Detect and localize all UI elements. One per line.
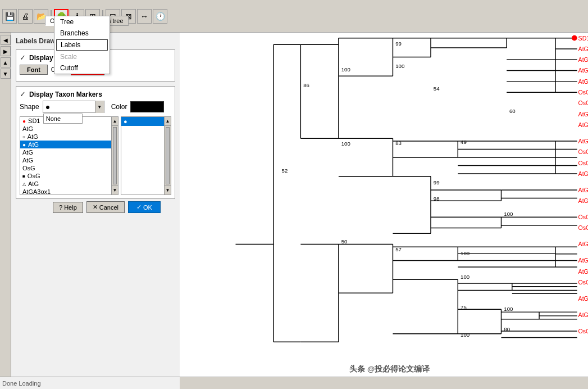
cancel-button[interactable]: ✕ Cancel xyxy=(86,201,125,213)
list-label-atga3ox1: AtGA3ox1 xyxy=(22,188,51,195)
label-osga2ox6: OsGA2ox6 xyxy=(578,148,588,155)
shape-list[interactable]: ● ▲ ▼ xyxy=(121,116,171,195)
taxon-markers-section: ✓ Display Taxon Markers Shape ● ▼ None C… xyxy=(16,86,175,199)
label-sd1: SD1 xyxy=(578,35,588,42)
bootstrap-83: 83 xyxy=(395,140,402,146)
left-btn-3[interactable]: ▲ xyxy=(1,57,11,67)
list-label-atg4: AtG xyxy=(22,149,33,156)
list-scrollbar[interactable]: ▲ ▼ xyxy=(111,117,118,194)
sd1-marker xyxy=(572,35,577,41)
shape-scrollbar-up[interactable]: ▲ xyxy=(165,117,171,126)
list-item-atga3ox1[interactable]: AtGA3ox1 xyxy=(20,188,118,195)
dropdown-labels[interactable]: Labels xyxy=(56,39,108,51)
bootstrap-100d: 100 xyxy=(504,211,513,217)
dropdown-cutoff[interactable]: Cutoff xyxy=(54,62,110,74)
label-osga3ox2: OsGA3ox2 xyxy=(578,214,588,220)
dropdown-tree[interactable]: Tree xyxy=(54,16,110,28)
shape-list-scrollbar[interactable]: ▲ ▼ xyxy=(164,117,171,194)
options-panel: Labels Drawing Options ✓ Display Taxon N… xyxy=(11,33,180,377)
bootstrap-52: 52 xyxy=(282,168,288,174)
bootstrap-100: 100 xyxy=(341,67,350,73)
bootstrap-99: 99 xyxy=(395,40,402,47)
bootstrap-80: 80 xyxy=(504,326,510,332)
scrollbar-up-btn[interactable]: ▲ xyxy=(112,117,118,126)
taxon-markers-label: Display Taxon Markers xyxy=(29,91,102,98)
bootstrap-99b: 99 xyxy=(434,179,440,186)
list-item-atg3[interactable]: ●AtG xyxy=(20,141,118,148)
list-item-atg2[interactable]: ○AtG xyxy=(20,133,118,141)
label-osga2ox5: OsGA2ox5 xyxy=(578,160,588,166)
label-osga2ox3: OsGA2ox3 xyxy=(578,279,588,286)
left-btn-1[interactable]: ◀ xyxy=(1,35,11,45)
shape-option-none[interactable]: None xyxy=(44,114,82,123)
shape-arrow-icon[interactable]: ▼ xyxy=(95,101,104,113)
bootstrap-86: 86 xyxy=(303,82,309,88)
label-atga20ox1: AtGA20ox1 xyxy=(578,46,588,52)
blue-dot-icon: ● xyxy=(22,142,26,148)
shape-select[interactable]: ● ▼ None xyxy=(43,101,104,113)
status-bar-right xyxy=(180,377,588,389)
font-button[interactable]: Font xyxy=(20,65,48,75)
dropdown-branches[interactable]: Branches xyxy=(54,28,110,39)
list-item-atg1[interactable]: AtG xyxy=(20,125,118,133)
label-atga2ox1: AtGA2ox1 xyxy=(578,241,588,247)
left-btn-2[interactable]: ▶ xyxy=(1,46,11,56)
save-button[interactable]: 💾 xyxy=(2,9,17,24)
print-button[interactable]: 🖨 xyxy=(18,9,33,24)
bootstrap-100b: 100 xyxy=(395,63,404,69)
list-item-atg4[interactable]: AtG xyxy=(20,148,118,156)
status-bar-left: Done Loading xyxy=(0,377,180,389)
label-atga2ox3: AtGA2ox3 xyxy=(578,268,588,275)
taxon-names-check[interactable]: ✓ xyxy=(20,53,26,62)
label-osga2ox2: OsGA2ox2 xyxy=(578,328,588,334)
label-atga20ox5: AtGA20ox5 xyxy=(578,111,588,117)
shape-list-selected[interactable]: ● xyxy=(121,117,171,126)
list-item-atg5[interactable]: AtG xyxy=(20,156,118,164)
list-item-osg2[interactable]: ■OsG xyxy=(20,172,118,180)
tab-bar: Original consensus tree xyxy=(45,16,588,26)
shape-value: ● xyxy=(43,102,95,111)
list-item-atg6[interactable]: △AtG xyxy=(20,180,118,188)
taxon-markers-check[interactable]: ✓ xyxy=(20,90,26,98)
tree-dropdown-menu: Tree Branches Labels Scale Cutoff xyxy=(54,16,110,74)
help-button[interactable]: ? Help xyxy=(53,202,83,213)
markers-color-swatch[interactable] xyxy=(130,101,164,112)
bootstrap-57: 57 xyxy=(395,246,402,252)
marker-list-area: ●SD1 AtG ○AtG ●AtG AtG AtG OsG ■OsG △AtG… xyxy=(20,116,171,195)
scrollbar-thumb[interactable] xyxy=(113,127,117,184)
label-atga3ox1: AtGA3ox1 xyxy=(578,187,588,193)
label-osga20ox3: OsGA20ox3 xyxy=(578,99,588,106)
taxa-list[interactable]: ●SD1 AtG ○AtG ●AtG AtG AtG OsG ■OsG △AtG… xyxy=(20,116,118,195)
list-item-osg1[interactable]: OsG xyxy=(20,164,118,172)
bootstrap-100c: 100 xyxy=(341,141,350,147)
square-icon: ■ xyxy=(22,174,25,179)
watermark: 头条 @投必得论文编译 xyxy=(349,364,430,373)
ok-icon: ✓ xyxy=(136,203,142,211)
shape-scrollbar-thumb[interactable] xyxy=(166,127,170,184)
label-atga2ox4: AtGA2ox4 xyxy=(578,311,588,318)
label-atga2ox6: AtGA2ox6 xyxy=(578,295,588,302)
bootstrap-100e: 100 xyxy=(461,250,470,256)
list-label-atg1: AtG xyxy=(22,125,33,132)
bottom-buttons: ? Help ✕ Cancel ✓ OK xyxy=(27,201,186,213)
list-label-atg2: AtG xyxy=(28,133,38,140)
triangle-icon: △ xyxy=(22,182,26,187)
left-btn-4[interactable]: ▼ xyxy=(1,69,11,79)
shape-scrollbar-down[interactable]: ▼ xyxy=(165,186,171,194)
bootstrap-54: 54 xyxy=(434,85,440,92)
label-atga2ox7: AtGA2ox7 xyxy=(578,170,588,177)
help-label: Help xyxy=(64,204,77,211)
ok-button[interactable]: ✓ OK xyxy=(128,201,161,213)
bootstrap-75: 75 xyxy=(461,304,467,310)
left-toolbar: ◀ ▶ ▲ ▼ xyxy=(0,33,11,377)
label-atga20oxl: AtGA20oxl xyxy=(578,121,588,128)
dropdown-scale: Scale xyxy=(54,51,110,62)
scrollbar-down-btn[interactable]: ▼ xyxy=(112,186,118,194)
list-label-osg1: OsG xyxy=(22,165,35,171)
bootstrap-100g: 100 xyxy=(504,306,513,312)
ok-label: OK xyxy=(143,204,152,211)
shape-label: Shape xyxy=(20,103,39,111)
label-atga20ox3: AtGA20ox3 xyxy=(578,67,588,74)
label-atga20ox2: AtGA20ox2 xyxy=(578,56,588,63)
label-atga2ox8: AtGA2ox8 xyxy=(578,138,588,144)
